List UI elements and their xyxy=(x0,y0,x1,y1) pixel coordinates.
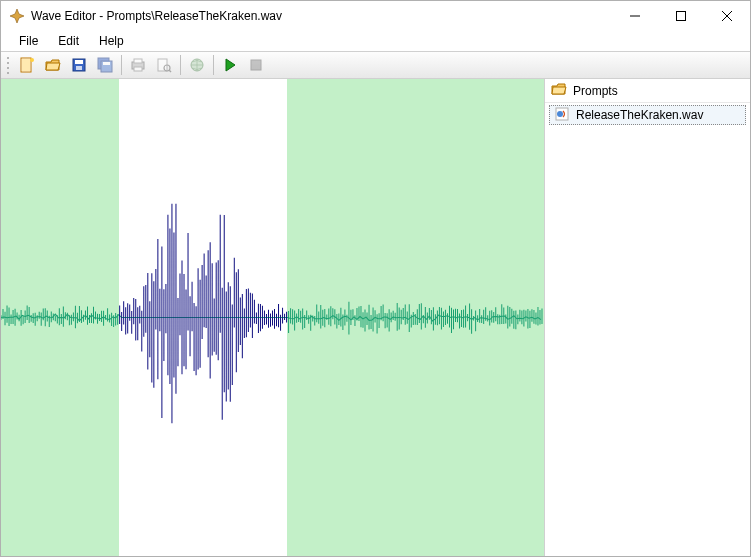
svg-rect-9 xyxy=(76,66,82,70)
close-button[interactable] xyxy=(704,1,750,31)
globe-icon xyxy=(189,57,205,73)
toolbar xyxy=(1,51,750,79)
svg-rect-15 xyxy=(134,67,142,71)
play-button[interactable] xyxy=(218,53,242,77)
stop-icon xyxy=(249,58,263,72)
side-header[interactable]: Prompts xyxy=(545,79,750,103)
svg-rect-5 xyxy=(22,59,30,71)
toolbar-separator xyxy=(121,55,122,75)
open-folder-icon xyxy=(45,57,61,73)
toolbar-separator xyxy=(180,55,181,75)
svg-rect-8 xyxy=(75,60,83,64)
svg-rect-12 xyxy=(103,62,110,65)
main-area: Prompts ReleaseTheKraken.wav xyxy=(1,79,750,556)
svg-rect-20 xyxy=(251,60,261,70)
file-row[interactable]: ReleaseTheKraken.wav xyxy=(549,105,746,125)
save-icon xyxy=(71,57,87,73)
svg-line-18 xyxy=(169,70,171,72)
svg-rect-14 xyxy=(134,59,142,63)
maximize-button[interactable] xyxy=(658,1,704,31)
window-controls xyxy=(612,1,750,31)
minimize-button[interactable] xyxy=(612,1,658,31)
svg-point-22 xyxy=(557,111,563,117)
print-preview-button[interactable] xyxy=(152,53,176,77)
open-button[interactable] xyxy=(41,53,65,77)
side-header-label: Prompts xyxy=(573,84,618,98)
print-icon xyxy=(130,57,146,73)
app-icon xyxy=(9,8,25,24)
folder-icon xyxy=(551,81,567,100)
menu-bar: File Edit Help xyxy=(1,31,750,51)
waveform-graphic xyxy=(1,79,544,556)
side-panel: Prompts ReleaseTheKraken.wav xyxy=(544,79,750,556)
title-bar: Wave Editor - Prompts\ReleaseTheKraken.w… xyxy=(1,1,750,31)
play-icon xyxy=(223,58,237,72)
new-button[interactable] xyxy=(15,53,39,77)
new-file-icon xyxy=(19,57,35,73)
menu-help[interactable]: Help xyxy=(91,32,132,50)
print-button[interactable] xyxy=(126,53,150,77)
print-preview-icon xyxy=(156,57,172,73)
menu-edit[interactable]: Edit xyxy=(50,32,87,50)
svg-point-6 xyxy=(30,58,34,62)
svg-rect-1 xyxy=(677,12,686,21)
stop-button[interactable] xyxy=(244,53,268,77)
toolbar-grip[interactable] xyxy=(5,55,11,75)
save-all-icon xyxy=(97,57,113,73)
file-list[interactable]: ReleaseTheKraken.wav xyxy=(545,103,750,556)
menu-file[interactable]: File xyxy=(11,32,46,50)
wav-file-icon xyxy=(554,106,570,125)
save-button[interactable] xyxy=(67,53,91,77)
browser-button[interactable] xyxy=(185,53,209,77)
window-title: Wave Editor - Prompts\ReleaseTheKraken.w… xyxy=(31,9,612,23)
waveform-pane[interactable] xyxy=(1,79,544,556)
toolbar-separator xyxy=(213,55,214,75)
app-window: Wave Editor - Prompts\ReleaseTheKraken.w… xyxy=(0,0,751,557)
save-all-button[interactable] xyxy=(93,53,117,77)
file-name: ReleaseTheKraken.wav xyxy=(576,108,703,122)
